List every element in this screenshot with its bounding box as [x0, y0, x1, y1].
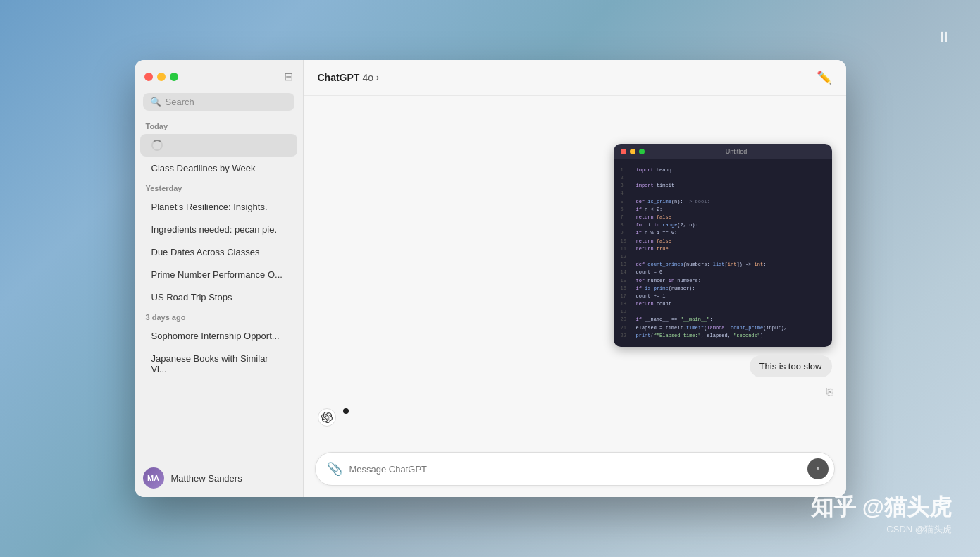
search-icon: 🔍 [150, 97, 161, 107]
ai-typing-indicator [343, 408, 349, 414]
sidebar-item-label: Due Dates Across Classes [151, 247, 260, 257]
message-input[interactable] [349, 464, 802, 475]
code-dot-green [639, 149, 645, 154]
close-button[interactable] [144, 73, 153, 81]
chat-input-area: 📎 [304, 443, 846, 497]
chevron-right-icon: › [376, 73, 379, 82]
watermark-site: 知乎 @猫头虎 [811, 492, 952, 523]
user-name: Matthew Sanders [171, 473, 242, 484]
sidebar-item-ingredients[interactable]: Ingredients needed: pecan pie. [140, 219, 297, 240]
ai-response-area [318, 405, 832, 429]
sidebar-item-label: US Road Trip Stops [151, 292, 232, 302]
sidebar-toggle-icon: ⊟ [284, 71, 293, 82]
user-profile[interactable]: MA Matthew Sanders [135, 459, 303, 497]
sidebar-item-label: Prime Number Performance O... [151, 269, 283, 280]
section-today: Today Class Deadlines by Week [135, 118, 303, 180]
maximize-button[interactable] [170, 73, 178, 81]
sidebar-item-class-deadlines[interactable]: Class Deadlines by Week [140, 157, 297, 179]
chat-title-text: ChatGPT [318, 72, 360, 83]
sidebar-item-loading[interactable] [140, 134, 297, 157]
attach-button[interactable]: 📎 [325, 460, 344, 478]
compose-icon: ✏️ [817, 71, 832, 85]
sidebar-item-label: Class Deadlines by Week [151, 163, 256, 173]
section-label-today: Today [135, 118, 303, 133]
code-screenshot-header: Untitled [614, 144, 832, 159]
compose-button[interactable]: ✏️ [817, 70, 832, 85]
watermark-sub: CSDN @猫头虎 [811, 523, 952, 536]
watermark: 知乎 @猫头虎 CSDN @猫头虎 [811, 492, 952, 536]
attach-icon: 📎 [327, 462, 342, 476]
svg-rect-1 [817, 467, 818, 470]
sidebar-item-label: Planet's Resilience: Insights. [151, 202, 268, 212]
sidebar-item-label: Ingredients needed: pecan pie. [151, 224, 278, 235]
sidebar-item-japanese-books[interactable]: Japanese Books with Similar Vi... [140, 348, 297, 380]
search-placeholder: Search [166, 97, 287, 107]
sidebar-item-road-trip[interactable]: US Road Trip Stops [140, 286, 297, 308]
minimize-button[interactable] [157, 73, 166, 81]
section-label-3days: 3 days ago [135, 309, 303, 324]
section-3days: 3 days ago Sophomore Internship Opport..… [135, 309, 303, 381]
sidebar-item-planets[interactable]: Planet's Resilience: Insights. [140, 196, 297, 218]
app-window: ⊟ 🔍 Search Today Class Deadlines by Week… [135, 60, 846, 497]
chat-header: ChatGPT 4o › ✏️ [304, 60, 846, 96]
section-yesterday: Yesterday Planet's Resilience: Insights.… [135, 180, 303, 309]
sidebar: ⊟ 🔍 Search Today Class Deadlines by Week… [135, 60, 304, 497]
search-bar[interactable]: 🔍 Search [143, 93, 294, 111]
chat-title[interactable]: ChatGPT 4o › [318, 72, 379, 83]
code-dot-yellow [630, 149, 635, 154]
code-body: 1import heapq 2 3import timeit 4 5def is… [614, 159, 832, 347]
send-button[interactable] [807, 458, 829, 479]
copy-icon: ⎘ [826, 386, 832, 397]
code-file-title: Untitled [726, 148, 748, 155]
chat-body: Untitled 1import heapq 2 3import timeit … [304, 96, 846, 443]
sidebar-toggle-button[interactable]: ⊟ [284, 70, 293, 83]
traffic-lights [144, 73, 178, 81]
chat-model: 4o [362, 72, 373, 83]
titlebar: ⊟ [135, 60, 303, 90]
pause-icon: ⏸ [936, 28, 952, 46]
section-label-yesterday: Yesterday [135, 180, 303, 195]
avatar: MA [143, 467, 164, 489]
ai-logo [318, 408, 336, 427]
user-message-bubble: This is too slow [750, 355, 832, 377]
sidebar-item-label: Sophomore Internship Opport... [151, 331, 280, 341]
code-screenshot: Untitled 1import heapq 2 3import timeit … [614, 144, 832, 347]
sidebar-item-due-dates[interactable]: Due Dates Across Classes [140, 241, 297, 263]
sidebar-item-label: Japanese Books with Similar Vi... [151, 353, 286, 374]
code-dot-red [621, 149, 626, 154]
loading-spinner [151, 140, 163, 151]
copy-button[interactable]: ⎘ [826, 386, 832, 397]
sidebar-item-internship[interactable]: Sophomore Internship Opport... [140, 325, 297, 347]
main-chat: ChatGPT 4o › ✏️ Untitled 1import heapq [304, 60, 846, 497]
input-container: 📎 [315, 452, 835, 486]
pause-button[interactable]: ⏸ [936, 28, 952, 47]
sidebar-item-prime-number[interactable]: Prime Number Performance O... [140, 264, 297, 286]
